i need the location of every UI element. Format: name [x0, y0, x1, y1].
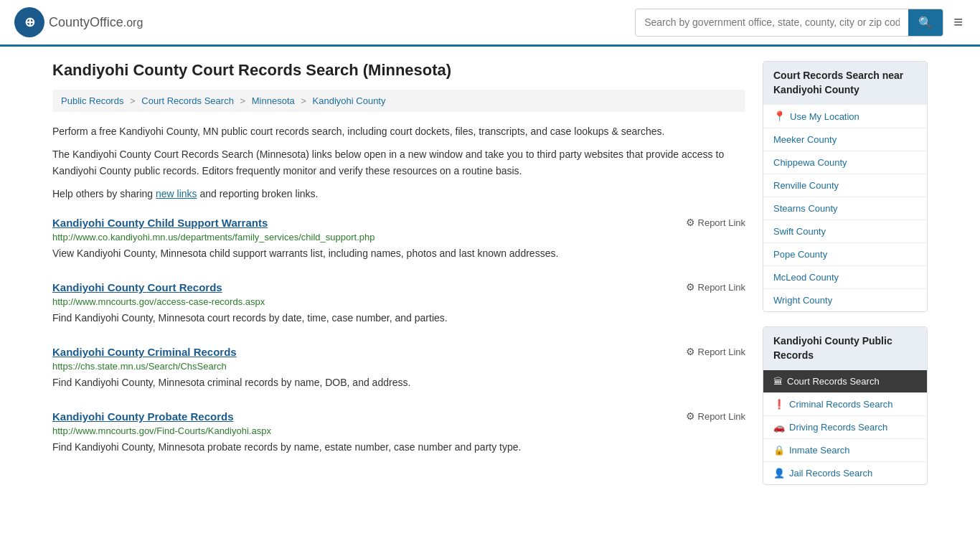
use-my-location[interactable]: 📍 Use My Location — [763, 104, 927, 128]
driving-records-icon: 🚗 — [773, 422, 785, 433]
hamburger-icon[interactable]: ≡ — [951, 10, 966, 34]
result-header-1: Kandiyohi County Court Records ⚙ Report … — [52, 281, 745, 293]
court-records-link[interactable]: Court Records Search — [787, 376, 880, 387]
report-icon-0: ⚙ — [686, 217, 695, 228]
sidebar-item-jail-records[interactable]: 👤 Jail Records Search — [763, 461, 927, 484]
report-icon-3: ⚙ — [686, 410, 695, 422]
breadcrumb-public-records[interactable]: Public Records — [61, 95, 123, 106]
criminal-records-link[interactable]: Criminal Records Search — [789, 399, 893, 410]
result-desc-0: View Kandiyohi County, Minnesota child s… — [52, 246, 745, 261]
result-desc-3: Find Kandiyohi County, Minnesota probate… — [52, 440, 745, 455]
driving-records-link[interactable]: Driving Records Search — [789, 422, 887, 433]
nearby-counties-title: Court Records Search near Kandiyohi Coun… — [763, 62, 927, 104]
search-box: 🔍 — [635, 9, 943, 37]
public-records-title: Kandiyohi County Public Records — [763, 327, 927, 369]
breadcrumb-kandiyohi-county[interactable]: Kandiyohi County — [313, 95, 386, 106]
result-title-2[interactable]: Kandiyohi County Criminal Records — [52, 346, 237, 358]
result-url-0: http://www.co.kandiyohi.mn.us/department… — [52, 232, 745, 242]
court-records-icon: 🏛 — [773, 376, 783, 387]
result-header-0: Kandiyohi County Child Support Warrants … — [52, 217, 745, 229]
report-link-0[interactable]: ⚙ Report Link — [686, 217, 745, 228]
nearby-county-3[interactable]: Stearns County — [763, 197, 927, 220]
nearby-county-1[interactable]: Chippewa County — [763, 151, 927, 174]
nearby-county-7[interactable]: Wright County — [763, 288, 927, 311]
nearby-county-0[interactable]: Meeker County — [763, 128, 927, 151]
sidebar-item-inmate-search[interactable]: 🔒 Inmate Search — [763, 438, 927, 461]
report-link-3[interactable]: ⚙ Report Link — [686, 410, 745, 422]
logo-icon: ⊕ — [14, 7, 44, 37]
result-url-2: https://chs.state.mn.us/Search/ChsSearch — [52, 361, 745, 372]
nearby-county-4[interactable]: Swift County — [763, 220, 927, 242]
result-desc-1: Find Kandiyohi County, Minnesota court r… — [52, 311, 745, 326]
new-links-link[interactable]: new links — [156, 188, 197, 199]
nearby-county-2[interactable]: Renville County — [763, 174, 927, 197]
nearby-counties-section: Court Records Search near Kandiyohi Coun… — [763, 61, 928, 312]
result-item-0: Kandiyohi County Child Support Warrants … — [52, 217, 745, 261]
sidebar-item-driving-records[interactable]: 🚗 Driving Records Search — [763, 415, 927, 438]
logo-area: ⊕ CountyOffice.org — [14, 7, 143, 37]
result-desc-2: Find Kandiyohi County, Minnesota crimina… — [52, 375, 745, 390]
location-icon: 📍 — [773, 110, 786, 122]
result-item-1: Kandiyohi County Court Records ⚙ Report … — [52, 281, 745, 326]
sidebar-item-criminal-records[interactable]: ❗ Criminal Records Search — [763, 392, 927, 415]
result-title-1[interactable]: Kandiyohi County Court Records — [52, 281, 222, 293]
share-line: Help others by sharing new links and rep… — [52, 186, 745, 202]
search-button[interactable]: 🔍 — [908, 9, 943, 36]
public-records-section: Kandiyohi County Public Records 🏛 Court … — [763, 326, 928, 485]
sidebar-item-court-records[interactable]: 🏛 Court Records Search — [763, 369, 927, 392]
breadcrumb-court-records-search[interactable]: Court Records Search — [141, 95, 234, 106]
criminal-records-icon: ❗ — [773, 399, 785, 410]
result-url-3: http://www.mncourts.gov/Find-Courts/Kand… — [52, 425, 745, 436]
description-1: Perform a free Kandiyohi County, MN publ… — [52, 123, 745, 139]
main-container: Kandiyohi County Court Records Search (M… — [31, 47, 949, 514]
report-icon-2: ⚙ — [686, 346, 695, 357]
result-header-2: Kandiyohi County Criminal Records ⚙ Repo… — [52, 346, 745, 358]
result-url-1: http://www.mncourts.gov/access-case-reco… — [52, 296, 745, 307]
site-header: ⊕ CountyOffice.org 🔍 ≡ — [0, 0, 980, 47]
content-area: Kandiyohi County Court Records Search (M… — [52, 61, 745, 499]
description-2: The Kandiyohi County Court Records Searc… — [52, 146, 745, 179]
jail-records-icon: 👤 — [773, 468, 785, 479]
use-my-location-link[interactable]: Use My Location — [790, 111, 859, 122]
logo-text: CountyOffice.org — [49, 15, 143, 30]
breadcrumb: Public Records > Court Records Search > … — [52, 90, 745, 112]
header-right: 🔍 ≡ — [635, 9, 966, 37]
result-item-3: Kandiyohi County Probate Records ⚙ Repor… — [52, 410, 745, 455]
result-title-0[interactable]: Kandiyohi County Child Support Warrants — [52, 217, 268, 229]
result-item-2: Kandiyohi County Criminal Records ⚙ Repo… — [52, 346, 745, 390]
result-header-3: Kandiyohi County Probate Records ⚙ Repor… — [52, 410, 745, 423]
result-title-3[interactable]: Kandiyohi County Probate Records — [52, 410, 234, 423]
search-input[interactable] — [636, 11, 908, 34]
inmate-search-link[interactable]: Inmate Search — [789, 445, 850, 456]
nearby-county-6[interactable]: McLeod County — [763, 265, 927, 288]
inmate-search-icon: 🔒 — [773, 445, 785, 456]
page-title: Kandiyohi County Court Records Search (M… — [52, 61, 745, 80]
nearby-county-5[interactable]: Pope County — [763, 242, 927, 265]
breadcrumb-minnesota[interactable]: Minnesota — [252, 95, 295, 106]
jail-records-link[interactable]: Jail Records Search — [789, 468, 872, 479]
report-link-2[interactable]: ⚙ Report Link — [686, 346, 745, 357]
sidebar: Court Records Search near Kandiyohi Coun… — [763, 61, 928, 499]
report-icon-1: ⚙ — [686, 281, 695, 293]
report-link-1[interactable]: ⚙ Report Link — [686, 281, 745, 293]
